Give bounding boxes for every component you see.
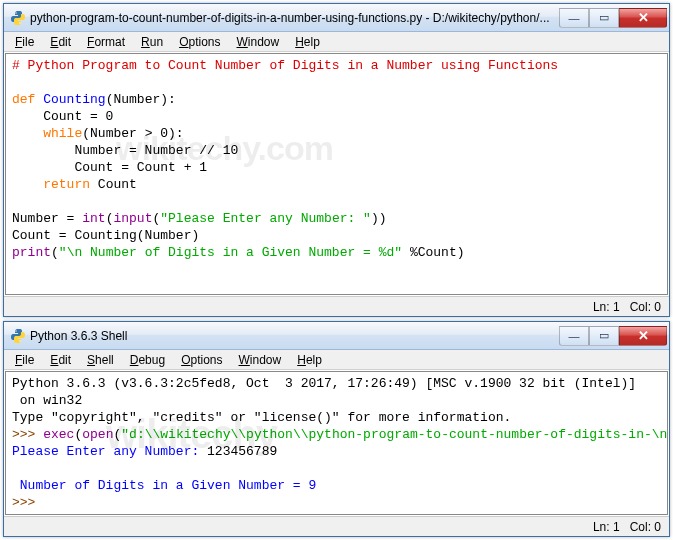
maximize-button[interactable]: ▭ — [589, 326, 619, 346]
code-text: Count — [90, 177, 137, 192]
menu-file[interactable]: File — [8, 33, 41, 51]
code-text: Count = Count + 1 — [12, 160, 207, 175]
code-text: %Count) — [402, 245, 464, 260]
shell-banner: Type "copyright", "credits" or "license(… — [12, 410, 511, 425]
python-file-icon — [10, 10, 26, 26]
menu-options[interactable]: Options — [174, 351, 229, 369]
code-text: Number = — [12, 211, 82, 226]
editor-window-buttons: — ▭ ✕ — [559, 8, 667, 28]
menu-file[interactable]: File — [8, 351, 41, 369]
shell-window-buttons: — ▭ ✕ — [559, 326, 667, 346]
kw-return: return — [43, 177, 90, 192]
close-button[interactable]: ✕ — [619, 8, 667, 28]
menu-help[interactable]: Help — [288, 33, 327, 51]
kw-def: def — [12, 92, 35, 107]
shell-menubar: File Edit Shell Debug Options Window Hel… — [4, 350, 669, 370]
kw-while: while — [43, 126, 82, 141]
maximize-button[interactable]: ▭ — [589, 8, 619, 28]
shell-banner: Python 3.6.3 (v3.6.3:2c5fed8, Oct 3 2017… — [12, 376, 636, 391]
shell-title: Python 3.6.3 Shell — [30, 329, 559, 343]
editor-titlebar[interactable]: python-program-to-count-number-of-digits… — [4, 4, 669, 32]
menu-window[interactable]: Window — [232, 351, 289, 369]
svg-point-3 — [19, 340, 20, 341]
code-text: ( — [51, 245, 59, 260]
menu-format[interactable]: Format — [80, 33, 132, 51]
builtin-input: input — [113, 211, 152, 226]
menu-window[interactable]: Window — [230, 33, 287, 51]
shell-statusbar: Ln: 1 Col: 0 — [4, 516, 669, 536]
editor-menubar: File Edit Format Run Options Window Help — [4, 32, 669, 52]
menu-debug[interactable]: Debug — [123, 351, 172, 369]
editor-statusbar: Ln: 1 Col: 0 — [4, 296, 669, 316]
menu-help[interactable]: Help — [290, 351, 329, 369]
menu-options[interactable]: Options — [172, 33, 227, 51]
svg-point-1 — [19, 22, 20, 23]
code-text: (Number): — [106, 92, 176, 107]
builtin-exec: exec — [43, 427, 74, 442]
status-line: Ln: 1 — [593, 520, 620, 534]
svg-point-2 — [15, 330, 16, 331]
builtin-int: int — [82, 211, 105, 226]
svg-point-0 — [15, 12, 16, 13]
shell-banner: on win32 — [12, 393, 82, 408]
python-shell-icon — [10, 328, 26, 344]
status-col: Col: 0 — [630, 520, 661, 534]
shell-prompt: >>> — [12, 495, 43, 510]
close-button[interactable]: ✕ — [619, 326, 667, 346]
input-value: 123456789 — [207, 444, 277, 459]
minimize-button[interactable]: — — [559, 326, 589, 346]
string-literal: "Please Enter any Number: " — [160, 211, 371, 226]
editor-window: python-program-to-count-number-of-digits… — [3, 3, 670, 317]
code-text: Number = Number // 10 — [12, 143, 238, 158]
input-prompt: Please Enter any Number: — [12, 444, 207, 459]
builtin-open: open — [82, 427, 113, 442]
status-line: Ln: 1 — [593, 300, 620, 314]
builtin-print: print — [12, 245, 51, 260]
code-text: Count = Counting(Number) — [12, 228, 199, 243]
menu-shell[interactable]: Shell — [80, 351, 121, 369]
editor-title: python-program-to-count-number-of-digits… — [30, 11, 559, 25]
shell-window: Python 3.6.3 Shell — ▭ ✕ File Edit Shell… — [3, 321, 670, 537]
minimize-button[interactable]: — — [559, 8, 589, 28]
shell-prompt: >>> — [12, 427, 43, 442]
code-comment: # Python Program to Count Number of Digi… — [12, 58, 558, 73]
code-text: (Number > 0): — [82, 126, 183, 141]
shell-titlebar[interactable]: Python 3.6.3 Shell — ▭ ✕ — [4, 322, 669, 350]
code-text: )) — [371, 211, 387, 226]
menu-edit[interactable]: Edit — [43, 33, 78, 51]
string-literal: "d:\\wikitechy\\python\\python-program-t… — [121, 427, 668, 442]
menu-run[interactable]: Run — [134, 33, 170, 51]
menu-edit[interactable]: Edit — [43, 351, 78, 369]
fn-name: Counting — [35, 92, 105, 107]
editor-text-area[interactable]: wikitechy.com# Python Program to Count N… — [5, 53, 668, 295]
string-literal: "\n Number of Digits in a Given Number =… — [59, 245, 402, 260]
shell-text-area[interactable]: wikitechyPython 3.6.3 (v3.6.3:2c5fed8, O… — [5, 371, 668, 515]
status-col: Col: 0 — [630, 300, 661, 314]
code-text: Count = 0 — [12, 109, 113, 124]
output-line: Number of Digits in a Given Number = 9 — [12, 478, 316, 493]
